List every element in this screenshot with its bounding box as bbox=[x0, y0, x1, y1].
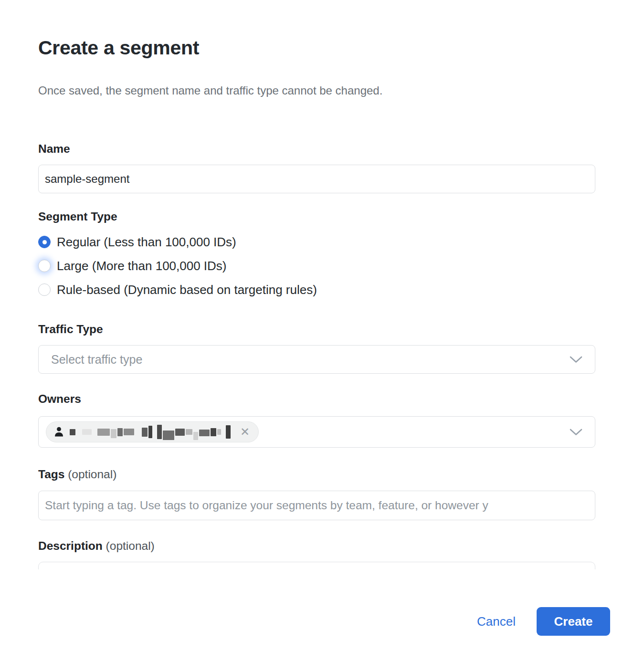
person-icon bbox=[54, 426, 64, 438]
owner-name-redacted bbox=[70, 424, 232, 440]
dialog-footer: Cancel Create bbox=[477, 607, 610, 636]
radio-option-label: Large (More than 100,000 IDs) bbox=[57, 259, 227, 273]
create-segment-dialog: Create a segment Once saved, the segment… bbox=[0, 0, 634, 569]
description-label-text: Description bbox=[38, 539, 103, 552]
name-label: Name bbox=[38, 142, 596, 156]
radio-unselected-icon[interactable] bbox=[38, 284, 51, 296]
tags-optional-suffix: (optional) bbox=[68, 468, 116, 481]
description-label: Description (optional) bbox=[38, 539, 596, 553]
chevron-down-icon bbox=[570, 356, 582, 363]
traffic-type-select[interactable]: Select traffic type bbox=[38, 345, 595, 374]
segment-type-radio-group: Regular (Less than 100,000 IDs) Large (M… bbox=[38, 230, 596, 302]
radio-selected-icon[interactable] bbox=[38, 236, 51, 248]
tags-input[interactable] bbox=[38, 491, 595, 520]
page-title: Create a segment bbox=[38, 36, 596, 59]
segment-type-label: Segment Type bbox=[38, 210, 596, 223]
owners-label: Owners bbox=[38, 392, 596, 406]
remove-owner-icon[interactable]: ✕ bbox=[240, 426, 250, 438]
description-optional-suffix: (optional) bbox=[106, 539, 155, 552]
radio-option-label: Rule-based (Dynamic based on targeting r… bbox=[57, 283, 317, 297]
description-input[interactable] bbox=[38, 562, 595, 569]
traffic-type-placeholder: Select traffic type bbox=[51, 353, 142, 367]
tags-label: Tags (optional) bbox=[38, 468, 596, 481]
owner-chip: ✕ bbox=[46, 421, 259, 442]
radio-unselected-icon[interactable] bbox=[38, 260, 51, 272]
dialog-subtitle: Once saved, the segment name and traffic… bbox=[38, 84, 596, 97]
name-input[interactable] bbox=[38, 165, 595, 193]
radio-option-large[interactable]: Large (More than 100,000 IDs) bbox=[38, 254, 596, 278]
create-button[interactable]: Create bbox=[537, 607, 610, 636]
traffic-type-label: Traffic Type bbox=[38, 323, 596, 336]
cancel-button[interactable]: Cancel bbox=[477, 614, 516, 629]
tags-label-text: Tags bbox=[38, 468, 64, 481]
radio-option-label: Regular (Less than 100,000 IDs) bbox=[57, 235, 236, 250]
chevron-down-icon bbox=[570, 429, 582, 436]
radio-option-regular[interactable]: Regular (Less than 100,000 IDs) bbox=[38, 230, 596, 254]
owners-select[interactable]: ✕ bbox=[38, 416, 595, 448]
radio-option-rule-based[interactable]: Rule-based (Dynamic based on targeting r… bbox=[38, 278, 596, 302]
